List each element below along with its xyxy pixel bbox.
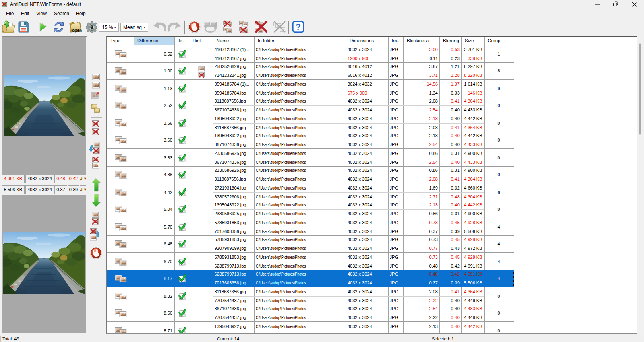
svg-text:?: ? bbox=[296, 22, 301, 32]
svg-text:open: open bbox=[72, 28, 82, 33]
